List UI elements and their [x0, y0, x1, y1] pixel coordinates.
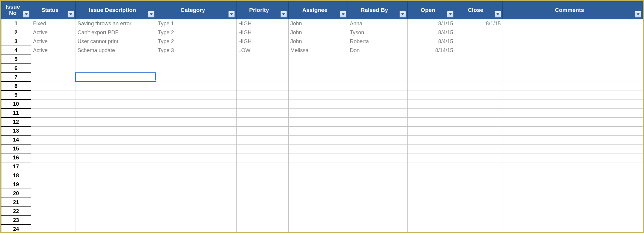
cell-status[interactable]: [31, 135, 76, 144]
cell-priority[interactable]: [236, 225, 288, 233]
cell-priority[interactable]: [236, 216, 288, 225]
cell-close[interactable]: 8/1/15: [455, 19, 503, 28]
cell-category[interactable]: [156, 216, 236, 225]
cell-assignee[interactable]: [288, 100, 348, 108]
header-priority[interactable]: Priority: [236, 1, 288, 19]
cell-status[interactable]: [31, 100, 76, 108]
cell-status[interactable]: [31, 216, 76, 225]
cell-assignee[interactable]: John: [288, 37, 348, 46]
cell-issue-no[interactable]: 17: [1, 162, 31, 171]
cell-open[interactable]: [407, 126, 455, 135]
cell-open[interactable]: [407, 135, 455, 144]
cell-comments[interactable]: [503, 153, 643, 162]
cell-priority[interactable]: [236, 100, 288, 108]
cell-category[interactable]: [156, 73, 236, 82]
cell-status[interactable]: [31, 225, 76, 233]
cell-comments[interactable]: [503, 171, 643, 180]
cell-priority[interactable]: [236, 126, 288, 135]
cell-assignee[interactable]: [288, 108, 348, 117]
cell-status[interactable]: [31, 108, 76, 117]
cell-desc[interactable]: Saving throws an error: [76, 19, 156, 28]
cell-raised[interactable]: [348, 117, 407, 126]
cell-priority[interactable]: [236, 162, 288, 171]
cell-issue-no[interactable]: 19: [1, 180, 31, 189]
cell-priority[interactable]: HIGH: [236, 37, 288, 46]
cell-priority[interactable]: [236, 135, 288, 144]
cell-category[interactable]: Type 2: [156, 37, 236, 46]
cell-comments[interactable]: [503, 108, 643, 117]
cell-close[interactable]: [455, 100, 503, 108]
cell-open[interactable]: [407, 55, 455, 64]
filter-dropdown-assignee[interactable]: [340, 11, 346, 18]
cell-open[interactable]: [407, 117, 455, 126]
cell-issue-no[interactable]: 14: [1, 135, 31, 144]
header-open[interactable]: Open: [407, 1, 455, 19]
cell-open[interactable]: [407, 198, 455, 207]
cell-desc[interactable]: [76, 55, 156, 64]
cell-close[interactable]: [455, 207, 503, 216]
cell-assignee[interactable]: [288, 144, 348, 153]
cell-close[interactable]: [455, 28, 503, 37]
header-close[interactable]: Close: [455, 1, 503, 19]
cell-issue-no[interactable]: 5: [1, 55, 31, 64]
cell-raised[interactable]: [348, 180, 407, 189]
cell-desc[interactable]: [76, 100, 156, 108]
cell-comments[interactable]: [503, 82, 643, 91]
header-no[interactable]: Issue No: [1, 1, 31, 19]
cell-priority[interactable]: [236, 82, 288, 91]
cell-comments[interactable]: [503, 189, 643, 198]
cell-priority[interactable]: [236, 189, 288, 198]
cell-open[interactable]: [407, 171, 455, 180]
cell-open[interactable]: [407, 82, 455, 91]
cell-raised[interactable]: [348, 216, 407, 225]
header-category[interactable]: Category: [156, 1, 236, 19]
cell-comments[interactable]: [503, 144, 643, 153]
cell-priority[interactable]: [236, 117, 288, 126]
cell-priority[interactable]: [236, 108, 288, 117]
cell-desc[interactable]: Schema update: [76, 46, 156, 55]
cell-category[interactable]: [156, 189, 236, 198]
cell-issue-no[interactable]: 18: [1, 171, 31, 180]
cell-close[interactable]: [455, 225, 503, 233]
cell-status[interactable]: [31, 55, 76, 64]
filter-dropdown-raised[interactable]: [399, 11, 406, 18]
cell-status[interactable]: [31, 180, 76, 189]
cell-priority[interactable]: [236, 198, 288, 207]
cell-priority[interactable]: [236, 171, 288, 180]
cell-issue-no[interactable]: 10: [1, 100, 31, 108]
cell-raised[interactable]: [348, 135, 407, 144]
cell-status[interactable]: Active: [31, 37, 76, 46]
cell-close[interactable]: [455, 37, 503, 46]
cell-priority[interactable]: [236, 91, 288, 100]
cell-category[interactable]: [156, 180, 236, 189]
cell-close[interactable]: [455, 171, 503, 180]
cell-category[interactable]: [156, 64, 236, 73]
cell-issue-no[interactable]: 11: [1, 108, 31, 117]
cell-close[interactable]: [455, 91, 503, 100]
cell-desc[interactable]: [76, 108, 156, 117]
cell-assignee[interactable]: [288, 117, 348, 126]
cell-issue-no[interactable]: 2: [1, 28, 31, 37]
cell-category[interactable]: [156, 144, 236, 153]
cell-close[interactable]: [455, 82, 503, 91]
cell-assignee[interactable]: John: [288, 19, 348, 28]
cell-close[interactable]: [455, 117, 503, 126]
cell-status[interactable]: Fixed: [31, 19, 76, 28]
cell-desc[interactable]: [76, 198, 156, 207]
cell-priority[interactable]: [236, 180, 288, 189]
cell-issue-no[interactable]: 21: [1, 198, 31, 207]
cell-category[interactable]: [156, 135, 236, 144]
cell-raised[interactable]: Don: [348, 46, 407, 55]
cell-comments[interactable]: [503, 216, 643, 225]
cell-raised[interactable]: [348, 91, 407, 100]
cell-comments[interactable]: [503, 37, 643, 46]
cell-comments[interactable]: [503, 91, 643, 100]
cell-status[interactable]: [31, 207, 76, 216]
cell-desc[interactable]: [76, 189, 156, 198]
cell-status[interactable]: [31, 91, 76, 100]
cell-open[interactable]: [407, 64, 455, 73]
cell-close[interactable]: [455, 162, 503, 171]
cell-assignee[interactable]: [288, 162, 348, 171]
cell-open[interactable]: [407, 189, 455, 198]
cell-category[interactable]: [156, 55, 236, 64]
